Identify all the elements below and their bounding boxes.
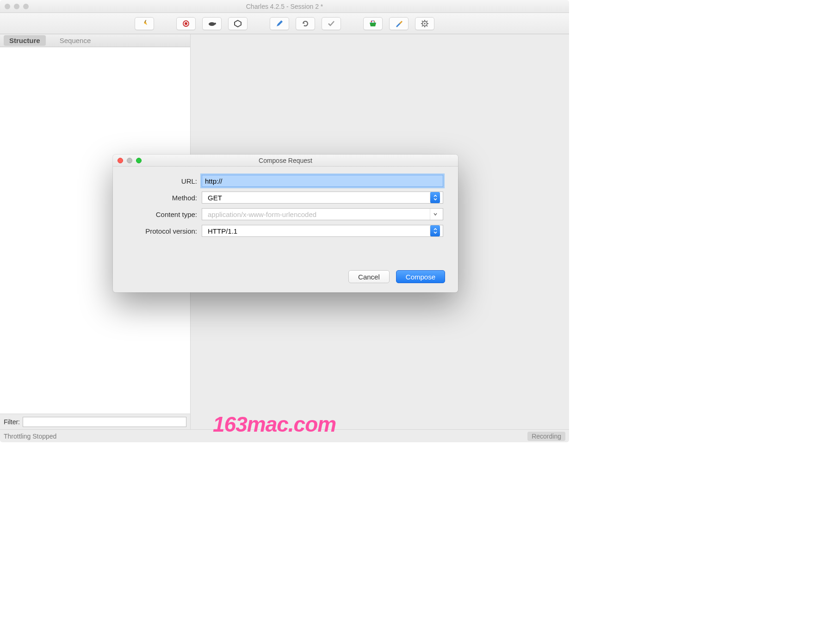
method-value: GET [205, 194, 222, 202]
toolbar-broom-button[interactable] [135, 17, 154, 30]
svg-marker-5 [235, 20, 241, 27]
toolbar-settings-button[interactable] [415, 17, 434, 30]
watermark: 163mac.com [213, 412, 336, 437]
label-content-type: Content type: [128, 211, 197, 218]
session-tabbar: Structure Sequence [0, 34, 190, 47]
svg-point-6 [371, 20, 372, 22]
record-icon [182, 19, 190, 28]
dialog-zoom-icon[interactable] [136, 158, 142, 163]
dialog-title: Compose Request [118, 157, 453, 164]
status-throttling: Throttling Stopped [4, 433, 56, 440]
tools-icon [395, 20, 403, 27]
gear-icon [421, 20, 428, 27]
hexagon-icon [234, 20, 242, 27]
main-titlebar: Charles 4.2.5 - Session 2 * [0, 0, 569, 13]
pencil-icon [276, 20, 283, 27]
turtle-icon [207, 20, 217, 27]
chevron-updown-icon [430, 192, 440, 203]
svg-point-4 [214, 23, 216, 25]
protocol-value: HTTP/1.1 [205, 227, 237, 235]
filter-input[interactable] [23, 417, 186, 427]
svg-line-14 [422, 21, 423, 22]
svg-point-3 [209, 22, 215, 26]
dialog-close-icon[interactable] [118, 158, 123, 163]
dialog-minimize-icon[interactable] [127, 158, 132, 163]
chevron-down-icon [430, 209, 440, 220]
basket-icon [369, 20, 377, 27]
chevron-updown-icon [430, 225, 440, 236]
content-type-select[interactable]: application/x-www-form-urlencoded [202, 208, 443, 220]
svg-point-2 [185, 22, 187, 25]
compose-button[interactable]: Compose [396, 270, 445, 283]
label-url: URL: [128, 177, 197, 185]
broom-icon [140, 19, 149, 28]
window-zoom-icon[interactable] [23, 4, 29, 9]
window-close-icon[interactable] [5, 4, 10, 9]
filter-row: Filter: [0, 414, 190, 429]
toolbar-compose-button[interactable] [270, 17, 289, 30]
tab-sequence[interactable]: Sequence [54, 35, 97, 46]
filter-label: Filter: [4, 418, 20, 426]
toolbar-repeat-button[interactable] [296, 17, 315, 30]
window-minimize-icon[interactable] [14, 4, 19, 9]
toolbar-tools-button[interactable] [389, 17, 409, 30]
toolbar [0, 13, 569, 34]
url-input[interactable] [202, 175, 443, 187]
svg-line-16 [427, 21, 427, 22]
window-title: Charles 4.2.5 - Session 2 * [5, 3, 564, 10]
toolbar-breakpoints-button[interactable] [228, 17, 248, 30]
reload-icon [302, 20, 309, 27]
toolbar-record-button[interactable] [176, 17, 196, 30]
toolbar-validate-button[interactable] [322, 17, 341, 30]
svg-line-17 [422, 25, 423, 26]
label-protocol: Protocol version: [128, 227, 197, 235]
method-select[interactable]: GET [202, 192, 443, 204]
svg-line-15 [427, 25, 427, 26]
tab-structure[interactable]: Structure [4, 35, 46, 46]
content-type-placeholder: application/x-www-form-urlencoded [205, 211, 316, 218]
label-method: Method: [128, 194, 197, 202]
checkmark-icon [327, 19, 335, 28]
compose-request-dialog: Compose Request URL: Method: GET Content… [113, 155, 458, 292]
toolbar-throttle-button[interactable] [202, 17, 222, 30]
cancel-button[interactable]: Cancel [348, 270, 390, 283]
status-recording-badge: Recording [527, 432, 565, 441]
svg-point-7 [374, 20, 375, 22]
protocol-select[interactable]: HTTP/1.1 [202, 225, 443, 237]
toolbar-basket-button[interactable] [363, 17, 383, 30]
svg-point-9 [424, 23, 426, 25]
